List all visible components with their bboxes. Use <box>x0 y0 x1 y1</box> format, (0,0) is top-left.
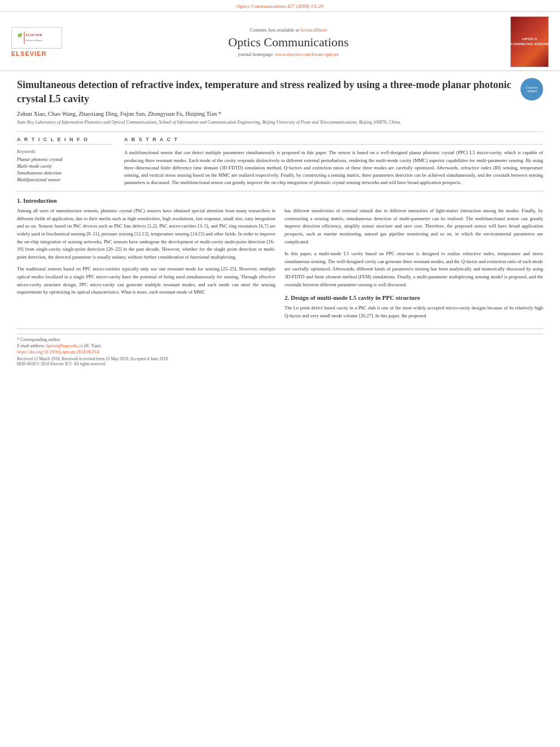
sciencedirect-label: Contents lists available at <box>250 27 299 33</box>
journal-header-center: Contents lists available at ScienceDirec… <box>73 27 504 57</box>
email-suffix: (H. Tian). <box>84 343 102 348</box>
authors-line: Zekun Xiao, Chao Wang, Zhaoxiang Ding, F… <box>17 111 543 117</box>
content-divider <box>17 191 543 191</box>
svg-rect-0 <box>14 29 59 47</box>
section1-col2: has different sensitivities of external … <box>285 207 543 324</box>
copyright-line: 0030-4018/© 2018 Elsevier B.V. All right… <box>17 361 543 366</box>
section2-heading: 2. Design of multi-mode L5 cavity in PPC… <box>285 294 543 301</box>
article-info-heading: A R T I C L E I N F O <box>17 137 113 145</box>
email-note: E-mail address: hptian@bupt.edu.cn (H. T… <box>17 343 543 348</box>
journal-cover: OPTICSCOMMUNICATIONS <box>504 16 549 67</box>
keyword-3: Simultaneous detection <box>17 170 113 176</box>
section2-col2-start: The Ln point defect based cavity in a Ph… <box>285 304 543 320</box>
body-content: 1. Introduction Among all sorts of nanos… <box>17 197 543 324</box>
elsevier-wordmark: ELSEVIER <box>11 50 46 57</box>
journal-homepage: journal homepage: www.elsevier.com/locat… <box>73 51 504 57</box>
info-abstract-section: A R T I C L E I N F O Keywords: Planar p… <box>17 137 543 186</box>
abstract-heading: A B S T R A C T <box>124 137 543 145</box>
section1-col2-p1: has different sensitivities of external … <box>285 207 543 246</box>
email-label: E-mail address: <box>17 343 45 348</box>
abstract-text: A multifunctional sensor that can detect… <box>124 149 543 186</box>
svg-text:Science Direct: Science Direct <box>25 39 42 42</box>
keyword-1: Planar photonic crystal <box>17 156 113 162</box>
section1-col1-p2: The traditional sensors based on PPC mic… <box>17 265 275 296</box>
main-content: Simultaneous detection of refractive ind… <box>0 71 560 373</box>
received-line: Received 12 March 2018; Received in revi… <box>17 356 543 361</box>
journal-cover-image: OPTICSCOMMUNICATIONS <box>510 16 549 67</box>
elsevier-logo-section: 🌿 ELSEVIER Science Direct ELSEVIER <box>11 27 73 57</box>
journal-reference: Optics Communications 427 (2018) 13–20 <box>0 0 560 11</box>
section1-col1: Among all sorts of nanostructure sensors… <box>17 207 275 324</box>
article-info: A R T I C L E I N F O Keywords: Planar p… <box>17 137 113 186</box>
journal-title: Optics Communications <box>73 35 504 50</box>
affiliation: State Key Laboratory of Information Phot… <box>17 119 543 126</box>
email-link[interactable]: hptian@bupt.edu.cn <box>46 343 83 348</box>
section1-col1-p1: Among all sorts of nanostructure sensors… <box>17 207 275 261</box>
abstract-section: A B S T R A C T A multifunctional sensor… <box>124 137 543 186</box>
keyword-2: Multi-mode cavity <box>17 163 113 169</box>
elsevier-logo-box: 🌿 ELSEVIER Science Direct <box>11 27 62 49</box>
elsevier-logo: 🌿 ELSEVIER Science Direct ELSEVIER <box>11 27 73 57</box>
svg-text:ELSEVIER: ELSEVIER <box>25 33 42 37</box>
section1-col2-p2: In this paper, a multi-mode L5 cavity ba… <box>285 250 543 289</box>
article-title-section: Simultaneous detection of refractive ind… <box>17 78 543 106</box>
homepage-label: journal homepage: <box>238 51 274 57</box>
check-updates-text: Check for updates <box>523 86 541 93</box>
footnote-divider <box>17 329 543 329</box>
homepage-link[interactable]: www.elsevier.com/locate/optcom <box>275 51 339 57</box>
sciencedirect-line: Contents lists available at ScienceDirec… <box>73 27 504 33</box>
section1-columns: Among all sorts of nanostructure sensors… <box>17 207 543 324</box>
doi-line: https://doi.org/10.1016/j.optcom.2018.06… <box>17 350 543 355</box>
section1-heading: 1. Introduction <box>17 197 543 204</box>
sciencedirect-link[interactable]: ScienceDirect <box>300 27 327 33</box>
journal-header: 🌿 ELSEVIER Science Direct ELSEVIER Conte… <box>0 11 560 71</box>
corresponding-note: * Corresponding author. <box>17 337 543 342</box>
keyword-4: Multifunctional sensor <box>17 177 113 182</box>
journal-ref-text: Optics Communications 427 (2018) 13–20 <box>237 3 323 9</box>
article-title: Simultaneous detection of refractive ind… <box>17 78 514 106</box>
keywords-title: Keywords: <box>17 149 113 154</box>
footnote-section: * Corresponding author. E-mail address: … <box>17 334 543 366</box>
cover-title-text: OPTICSCOMMUNICATIONS <box>510 37 549 47</box>
check-updates-badge: Check for updates <box>520 78 543 101</box>
header-divider <box>17 132 543 132</box>
